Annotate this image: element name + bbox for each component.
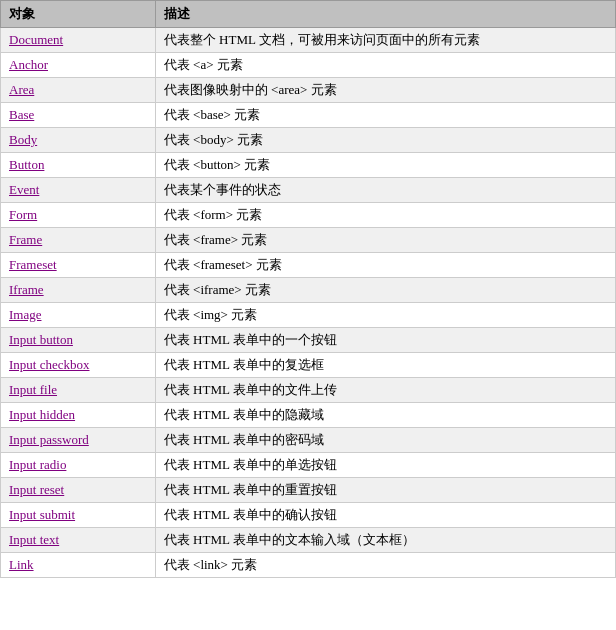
col-header-desc: 描述 — [155, 1, 615, 28]
table-row: Input text代表 HTML 表单中的文本输入域（文本框） — [1, 528, 616, 553]
object-link-form[interactable]: Form — [9, 207, 37, 222]
table-row: Frame代表 <frame> 元素 — [1, 228, 616, 253]
object-cell-body: Body — [1, 128, 156, 153]
desc-cell-input-checkbox: 代表 HTML 表单中的复选框 — [155, 353, 615, 378]
table-row: Input submit代表 HTML 表单中的确认按钮 — [1, 503, 616, 528]
table-row: Input button代表 HTML 表单中的一个按钮 — [1, 328, 616, 353]
object-cell-iframe: Iframe — [1, 278, 156, 303]
object-link-frameset[interactable]: Frameset — [9, 257, 57, 272]
object-link-image[interactable]: Image — [9, 307, 41, 322]
table-row: Event代表某个事件的状态 — [1, 178, 616, 203]
object-cell-link: Link — [1, 553, 156, 578]
object-cell-base: Base — [1, 103, 156, 128]
object-link-frame[interactable]: Frame — [9, 232, 42, 247]
table-row: Image代表 <img> 元素 — [1, 303, 616, 328]
table-row: Input hidden代表 HTML 表单中的隐藏域 — [1, 403, 616, 428]
object-cell-document: Document — [1, 28, 156, 53]
table-row: Link代表 <link> 元素 — [1, 553, 616, 578]
object-cell-input-file: Input file — [1, 378, 156, 403]
object-cell-event: Event — [1, 178, 156, 203]
object-link-button[interactable]: Button — [9, 157, 44, 172]
object-link-input-radio[interactable]: Input radio — [9, 457, 66, 472]
table-row: Input password代表 HTML 表单中的密码域 — [1, 428, 616, 453]
desc-cell-input-file: 代表 HTML 表单中的文件上传 — [155, 378, 615, 403]
desc-cell-event: 代表某个事件的状态 — [155, 178, 615, 203]
desc-cell-frameset: 代表 <frameset> 元素 — [155, 253, 615, 278]
object-cell-input-text: Input text — [1, 528, 156, 553]
object-link-event[interactable]: Event — [9, 182, 39, 197]
table-row: Body代表 <body> 元素 — [1, 128, 616, 153]
object-cell-frame: Frame — [1, 228, 156, 253]
object-cell-input-password: Input password — [1, 428, 156, 453]
desc-cell-input-button: 代表 HTML 表单中的一个按钮 — [155, 328, 615, 353]
desc-cell-input-password: 代表 HTML 表单中的密码域 — [155, 428, 615, 453]
desc-cell-input-text: 代表 HTML 表单中的文本输入域（文本框） — [155, 528, 615, 553]
object-link-body[interactable]: Body — [9, 132, 37, 147]
table-row: Input radio代表 HTML 表单中的单选按钮 — [1, 453, 616, 478]
object-link-anchor[interactable]: Anchor — [9, 57, 48, 72]
object-link-input-text[interactable]: Input text — [9, 532, 59, 547]
object-link-base[interactable]: Base — [9, 107, 34, 122]
table-row: Button代表 <button> 元素 — [1, 153, 616, 178]
object-link-input-button[interactable]: Input button — [9, 332, 73, 347]
table-row: Input reset代表 HTML 表单中的重置按钮 — [1, 478, 616, 503]
desc-cell-input-reset: 代表 HTML 表单中的重置按钮 — [155, 478, 615, 503]
desc-cell-input-submit: 代表 HTML 表单中的确认按钮 — [155, 503, 615, 528]
desc-cell-anchor: 代表 <a> 元素 — [155, 53, 615, 78]
desc-cell-document: 代表整个 HTML 文档，可被用来访问页面中的所有元素 — [155, 28, 615, 53]
desc-cell-form: 代表 <form> 元素 — [155, 203, 615, 228]
table-row: Input checkbox代表 HTML 表单中的复选框 — [1, 353, 616, 378]
table-row: Form代表 <form> 元素 — [1, 203, 616, 228]
col-header-object: 对象 — [1, 1, 156, 28]
object-cell-input-checkbox: Input checkbox — [1, 353, 156, 378]
table-row: Input file代表 HTML 表单中的文件上传 — [1, 378, 616, 403]
desc-cell-iframe: 代表 <iframe> 元素 — [155, 278, 615, 303]
object-cell-input-button: Input button — [1, 328, 156, 353]
object-cell-image: Image — [1, 303, 156, 328]
table-row: Anchor代表 <a> 元素 — [1, 53, 616, 78]
object-link-input-submit[interactable]: Input submit — [9, 507, 75, 522]
object-cell-anchor: Anchor — [1, 53, 156, 78]
table-row: Base代表 <base> 元素 — [1, 103, 616, 128]
object-link-link[interactable]: Link — [9, 557, 34, 572]
object-link-input-file[interactable]: Input file — [9, 382, 57, 397]
object-link-document[interactable]: Document — [9, 32, 63, 47]
object-link-input-reset[interactable]: Input reset — [9, 482, 64, 497]
desc-cell-link: 代表 <link> 元素 — [155, 553, 615, 578]
object-link-input-checkbox[interactable]: Input checkbox — [9, 357, 90, 372]
table-row: Area代表图像映射中的 <area> 元素 — [1, 78, 616, 103]
object-cell-button: Button — [1, 153, 156, 178]
desc-cell-base: 代表 <base> 元素 — [155, 103, 615, 128]
object-cell-input-reset: Input reset — [1, 478, 156, 503]
object-link-input-hidden[interactable]: Input hidden — [9, 407, 75, 422]
object-cell-input-submit: Input submit — [1, 503, 156, 528]
table-row: Iframe代表 <iframe> 元素 — [1, 278, 616, 303]
object-cell-input-radio: Input radio — [1, 453, 156, 478]
table-header-row: 对象 描述 — [1, 1, 616, 28]
object-cell-area: Area — [1, 78, 156, 103]
object-link-input-password[interactable]: Input password — [9, 432, 89, 447]
object-link-iframe[interactable]: Iframe — [9, 282, 44, 297]
desc-cell-body: 代表 <body> 元素 — [155, 128, 615, 153]
object-cell-frameset: Frameset — [1, 253, 156, 278]
desc-cell-frame: 代表 <frame> 元素 — [155, 228, 615, 253]
object-cell-input-hidden: Input hidden — [1, 403, 156, 428]
desc-cell-button: 代表 <button> 元素 — [155, 153, 615, 178]
desc-cell-input-hidden: 代表 HTML 表单中的隐藏域 — [155, 403, 615, 428]
table-row: Document代表整个 HTML 文档，可被用来访问页面中的所有元素 — [1, 28, 616, 53]
desc-cell-image: 代表 <img> 元素 — [155, 303, 615, 328]
object-cell-form: Form — [1, 203, 156, 228]
table-row: Frameset代表 <frameset> 元素 — [1, 253, 616, 278]
desc-cell-input-radio: 代表 HTML 表单中的单选按钮 — [155, 453, 615, 478]
object-link-area[interactable]: Area — [9, 82, 34, 97]
html-objects-table: 对象 描述 Document代表整个 HTML 文档，可被用来访问页面中的所有元… — [0, 0, 616, 578]
desc-cell-area: 代表图像映射中的 <area> 元素 — [155, 78, 615, 103]
